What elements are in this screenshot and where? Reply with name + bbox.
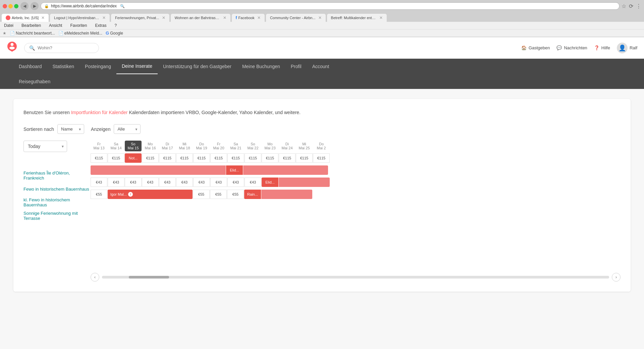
nav-deine-inserate[interactable]: Deine Inserate (116, 59, 158, 74)
scroll-thumb[interactable] (129, 276, 169, 279)
cell-1-7[interactable]: €115 (210, 153, 227, 163)
listing-link-1[interactable]: Ferienhaus Île d'Oléron, Frankreich (23, 170, 91, 181)
nav-statistiken[interactable]: Statistiken (47, 59, 80, 74)
bookmark-star-icon: ★ (3, 31, 6, 36)
minimize-button[interactable] (8, 4, 13, 8)
window-controls[interactable] (3, 4, 18, 8)
nav-unterstuetzung[interactable]: Unterstützung für den Gastgeber (158, 59, 237, 74)
listing-link-4[interactable]: Sonnige Ferienwohnung mit Terrasse (23, 211, 91, 221)
tab-hypovereins[interactable]: Logout | HypoVereinsbank... ✕ (50, 13, 110, 22)
cell-2-elid[interactable]: Elid... (226, 165, 243, 175)
tab-close-betreff[interactable]: ✕ (379, 15, 383, 20)
cell-1-13[interactable]: €115 (313, 153, 330, 163)
tab-close-airbnb[interactable]: ✕ (41, 15, 45, 20)
cell-3-elid[interactable]: Elid... (262, 178, 278, 187)
back-button[interactable]: ◀ (20, 2, 29, 10)
day-name-1: Sa (108, 142, 124, 146)
cell-3-0[interactable]: €43 (91, 178, 107, 187)
tab-close-hypovereins[interactable]: ✕ (102, 15, 106, 20)
cell-1-10[interactable]: €115 (262, 153, 278, 163)
close-button[interactable] (3, 4, 7, 8)
search-bar[interactable]: 🔍 (24, 43, 99, 53)
cell-4-6[interactable]: €55 (193, 190, 210, 199)
cell-1-booking[interactable]: Not... (125, 153, 142, 163)
today-select[interactable]: Today (23, 141, 67, 152)
menu-favoriten[interactable]: Favoriten (69, 22, 88, 29)
menu-extras[interactable]: Extras (94, 22, 108, 29)
listing-link-3[interactable]: kl. Fewo in historischem Bauernhaus (23, 197, 91, 207)
forward-button[interactable]: ▶ (31, 2, 39, 10)
airbnb-logo[interactable] (7, 41, 17, 54)
nav-user[interactable]: 👤 Ralf (617, 43, 637, 53)
cell-1-9[interactable]: €115 (245, 153, 261, 163)
address-bar[interactable]: 🔒 https://www.airbnb.de/calendar/index 🔍 (41, 2, 620, 10)
nav-meine-buchungen[interactable]: Meine Buchungen (237, 59, 285, 74)
tab-close-community[interactable]: ✕ (318, 15, 322, 20)
filter-select[interactable]: Alle (114, 124, 141, 134)
tab-community[interactable]: Community Center - Airbn... ✕ (266, 13, 326, 22)
tab-wohnen[interactable]: Wohnen an der Bahntrasse... ✕ (170, 13, 231, 22)
nav-profil[interactable]: Profil (285, 59, 307, 74)
cell-3-4[interactable]: €43 (159, 178, 176, 187)
cell-1-0[interactable]: €115 (91, 153, 107, 163)
cell-3-block-right[interactable] (279, 178, 330, 187)
menu-icon[interactable]: ⋮ (636, 3, 641, 9)
nav-gastgeben[interactable]: 🏠 Gastgeben (521, 45, 550, 50)
bookmark-emeldeschein[interactable]: 📄 eMeldeschein Meld... (58, 31, 102, 36)
menu-bearbeiten[interactable]: Bearbeiten (20, 22, 42, 29)
sort-select[interactable]: Name (57, 124, 84, 134)
cell-3-5[interactable]: €43 (176, 178, 193, 187)
tab-close-ferienwohnungen[interactable]: ✕ (162, 15, 165, 20)
cell-3-6[interactable]: €43 (193, 178, 210, 187)
menu-datei[interactable]: Datei (3, 22, 15, 29)
cell-1-11[interactable]: €115 (279, 153, 296, 163)
tab-facebook[interactable]: f Facebook ✕ (231, 13, 265, 22)
cell-3-8[interactable]: €43 (227, 178, 244, 187)
cell-3-9[interactable]: €43 (245, 178, 261, 187)
listing-row-3: kl. Fewo in historischem Bauernhaus (23, 197, 91, 208)
nav-account[interactable]: Account (307, 59, 335, 74)
tab-close-wohnen[interactable]: ✕ (223, 15, 226, 20)
cell-4-7[interactable]: €55 (210, 190, 227, 199)
cell-4-8[interactable]: €55 (227, 190, 244, 199)
import-link[interactable]: Importfunktion für Kalender (71, 110, 128, 115)
cell-4-igor[interactable]: Igor Mal... ! (108, 190, 193, 199)
cell-4-block-right[interactable] (261, 190, 312, 199)
tab-airbnb[interactable]: Airbnb, Inc. [US] ✕ (1, 13, 49, 22)
cell-2-block-left[interactable] (91, 165, 226, 175)
cell-1-4[interactable]: €115 (159, 153, 176, 163)
cell-3-7[interactable]: €43 (210, 178, 227, 187)
bookmark-google[interactable]: G Google (106, 31, 123, 36)
cell-1-6[interactable]: €115 (193, 153, 210, 163)
listing-link-2[interactable]: Fewo in historischem Bauernhaus (23, 187, 89, 192)
maximize-button[interactable] (14, 4, 18, 8)
bookmark-nachricht[interactable]: 📄 Nachricht beantwort... (10, 31, 55, 36)
refresh-icon[interactable]: ⟳ (629, 3, 633, 9)
menu-help[interactable]: ? (113, 22, 118, 29)
menu-ansicht[interactable]: Ansicht (48, 22, 63, 29)
scroll-right-button[interactable]: › (612, 273, 621, 282)
cell-2-block-right[interactable] (243, 165, 328, 175)
tab-close-facebook[interactable]: ✕ (257, 15, 261, 20)
nav-hilfe[interactable]: ❓ Hilfe (594, 45, 610, 50)
cell-3-2[interactable]: €43 (125, 178, 142, 187)
nav-dashboard[interactable]: Dashboard (13, 59, 47, 74)
nav-reiseguthaben[interactable]: Reiseguthaben (13, 74, 56, 89)
tab-ferienwohnungen[interactable]: Ferienwohnungen, Privat... ✕ (111, 13, 169, 22)
cell-3-3[interactable]: €43 (142, 178, 159, 187)
nav-posteingang[interactable]: Posteingang (79, 59, 116, 74)
cell-3-1[interactable]: €43 (108, 178, 124, 187)
tab-betreff[interactable]: Betreff: Multikalender entfe... ✕ (327, 13, 387, 22)
cell-1-3[interactable]: €115 (142, 153, 159, 163)
star-icon[interactable]: ☆ (622, 3, 626, 9)
scroll-left-button[interactable]: ‹ (91, 273, 99, 282)
cell-1-5[interactable]: €115 (176, 153, 193, 163)
cell-1-1[interactable]: €115 (108, 153, 124, 163)
cell-4-0[interactable]: €55 (91, 190, 107, 199)
nav-nachrichten[interactable]: 💬 Nachrichten (556, 45, 587, 50)
cell-1-8[interactable]: €115 (227, 153, 244, 163)
calendar-section: Today ▼ Ferienhaus Île d'Oléron, Frankre… (23, 141, 621, 282)
cell-4-rain[interactable]: Rain... (244, 190, 261, 199)
search-input[interactable] (38, 45, 94, 50)
cell-1-12[interactable]: €115 (296, 153, 313, 163)
